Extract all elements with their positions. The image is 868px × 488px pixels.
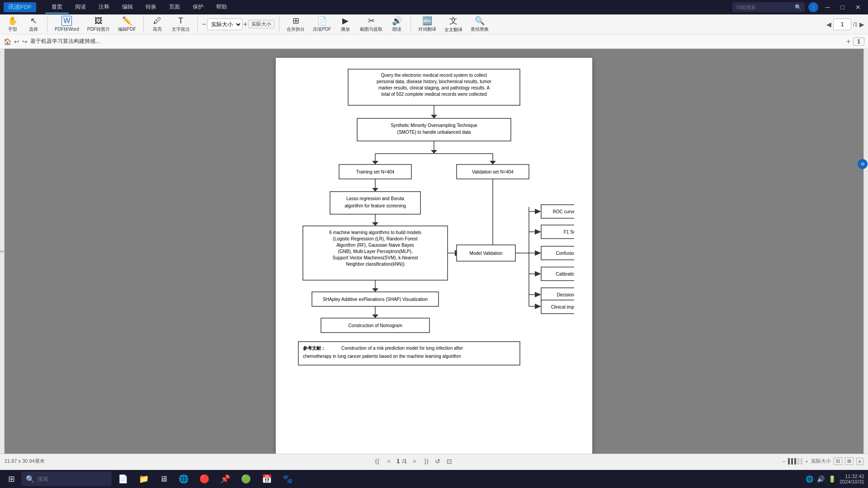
fit-button[interactable]: ⊡ — [445, 457, 454, 466]
page-total-label: /1 — [853, 21, 858, 28]
tab-annotate[interactable]: 注释 — [92, 1, 116, 14]
pdf-page: Query the electronic medical record syst… — [276, 58, 592, 454]
zoom-bar4 — [797, 458, 799, 465]
svg-marker-48 — [535, 229, 541, 235]
close-button[interactable]: ✕ — [852, 3, 864, 12]
fit-width-button[interactable]: 实际大小 — [248, 20, 274, 28]
svg-marker-27 — [372, 222, 378, 226]
zoom-out-button[interactable]: − — [202, 20, 206, 28]
merge-split-button[interactable]: ⊞ 合并拆分 — [284, 15, 307, 33]
svg-marker-6 — [431, 115, 437, 118]
current-page-status: 1 — [396, 458, 400, 465]
user-avatar: 👤 — [808, 2, 818, 12]
read-aloud-button[interactable]: 🔊 朗读 — [388, 15, 406, 33]
toolbar1: ✋ 手型 ↖ 选择 W PDF转Word 🖼 PDF转图片 ✏️ 编辑PDF 🖊… — [0, 14, 868, 34]
maximize-button[interactable]: □ — [837, 3, 848, 12]
svg-rect-23 — [330, 192, 420, 214]
tab-page[interactable]: 页面 — [163, 1, 186, 14]
read-icon: 🔊 — [392, 16, 402, 26]
view-scroll-button[interactable]: ≡ — [856, 458, 863, 465]
view-double-button[interactable]: ⊞ — [845, 457, 854, 465]
minimize-button[interactable]: ─ — [822, 3, 834, 12]
next-page-arrow[interactable]: ▶ — [859, 21, 864, 28]
svg-marker-11 — [431, 150, 437, 154]
last-page-button[interactable]: ⟩⟩ — [422, 457, 430, 466]
tab-home[interactable]: 首页 — [45, 1, 69, 14]
zoom-select[interactable]: 实际大小 50%75%100% 125%150%200% — [207, 19, 242, 30]
pdf-to-image-button[interactable]: 🖼 PDF转图片 — [85, 15, 113, 33]
zoom-out-status-button[interactable]: − — [783, 459, 785, 464]
taskbar-pdf-app[interactable]: 📄 — [113, 472, 132, 486]
tab-read[interactable]: 阅读 — [69, 1, 92, 14]
hand-label: 手型 — [8, 26, 17, 33]
refresh-button[interactable]: ↺ — [433, 457, 442, 466]
forward-icon[interactable]: ↪ — [22, 38, 28, 45]
translate-full-label: 全文翻译 — [444, 27, 462, 33]
page-input[interactable] — [833, 19, 851, 30]
svg-marker-73 — [372, 314, 378, 318]
back-icon[interactable]: ↩ — [14, 38, 19, 45]
taskbar-app2[interactable]: 📌 — [216, 472, 235, 486]
taskbar-app1[interactable]: 🔴 — [195, 472, 214, 486]
tab-help[interactable]: 帮助 — [210, 1, 233, 14]
svg-text:(SMOTE) to handle unbalanced d: (SMOTE) to handle unbalanced data — [397, 130, 471, 135]
svg-marker-69 — [372, 288, 378, 292]
svg-marker-65 — [535, 304, 541, 309]
taskbar-file-explorer[interactable]: 📁 — [134, 472, 153, 486]
app3-icon: 🟢 — [241, 474, 251, 484]
view-single-button[interactable]: ⊟ — [834, 457, 842, 465]
start-button[interactable]: ⊞ — [4, 472, 19, 486]
zoom-controls: − 实际大小 50%75%100% 125%150%200% + 实际大小 — [202, 19, 275, 30]
svg-text:chemotherapy in lung cancer pa: chemotherapy in lung cancer patients bas… — [303, 354, 461, 359]
browser-icon: 🌐 — [179, 474, 189, 484]
translate-word-button[interactable]: 🔤 对词翻译 — [415, 15, 439, 33]
taskbar-app4[interactable]: 🐾 — [278, 472, 297, 486]
text-note-button[interactable]: T 文字批注 — [169, 15, 193, 33]
highlight-button[interactable]: 🖊 高亮 — [148, 15, 166, 33]
zoom-status: − + 实际大小 ⊟ ⊞ ≡ — [783, 457, 863, 465]
home-icon[interactable]: 🏠 — [4, 38, 11, 45]
svg-text:(Logistic Regression (LR), Ran: (Logistic Regression (LR), Random Forest — [333, 236, 418, 241]
svg-text:Algorithm (RF), Gaussian Naive: Algorithm (RF), Gaussian Naive Bayes — [336, 243, 414, 248]
select-tool-button[interactable]: ↖ 选择 — [24, 15, 42, 33]
tab-convert[interactable]: 转换 — [139, 1, 163, 14]
compress-button[interactable]: 📄 压缩PDF — [310, 15, 334, 33]
first-page-button[interactable]: ⟨⟨ — [373, 457, 381, 466]
page-navigation: ⟨⟨ ＜ 1 /1 ＞ ⟩⟩ ↺ ⊡ — [49, 456, 778, 466]
taskbar-calendar[interactable]: 📅 — [257, 472, 276, 486]
taskbar-browser[interactable]: 🌐 — [174, 472, 193, 486]
svg-text:Training set N=404: Training set N=404 — [356, 169, 395, 174]
next-page-button[interactable]: ＞ — [410, 456, 420, 466]
title-right: 🔍 👤 ─ □ ✕ — [732, 2, 864, 12]
prev-page-arrow[interactable]: ◀ — [826, 21, 831, 28]
search-input[interactable] — [736, 5, 795, 10]
tab-edit[interactable]: 编辑 — [116, 1, 139, 14]
taskbar-app3[interactable]: 🟢 — [236, 472, 255, 486]
pdf-viewer[interactable]: Query the electronic medical record syst… — [5, 49, 863, 454]
add-tab-button[interactable]: + — [846, 38, 850, 46]
zoom-in-button[interactable]: + — [243, 20, 247, 28]
translate-full-button[interactable]: 文 全文翻译 — [442, 14, 465, 34]
find-replace-icon: 🔍 — [475, 16, 485, 26]
play-button[interactable]: ▶ 播放 — [336, 15, 354, 33]
prev-page-button[interactable]: ＜ — [384, 456, 394, 466]
zoom-in-status-button[interactable]: + — [805, 459, 808, 464]
tab-protect[interactable]: 保护 — [186, 1, 210, 14]
sound-icon: 🔊 — [817, 475, 825, 483]
svg-marker-14 — [372, 161, 378, 164]
edit-pdf-button[interactable]: ✏️ 编辑PDF — [115, 15, 139, 33]
hand-tool-button[interactable]: ✋ 手型 — [4, 15, 22, 33]
find-replace-button[interactable]: 🔍 查找替换 — [468, 15, 491, 33]
taskbar-search-input[interactable] — [38, 476, 101, 482]
svg-marker-56 — [535, 271, 541, 277]
left-sidebar-toggle[interactable]: ❯ — [0, 49, 5, 454]
taskbar-search[interactable]: 🔍 — [21, 472, 112, 486]
image-icon: 🖼 — [94, 16, 103, 26]
screenshot-button[interactable]: ✂ 截图与提取 — [357, 15, 385, 33]
select-icon: ↖ — [30, 16, 37, 26]
floating-action-button[interactable]: ⟳ — [858, 159, 868, 169]
pdf-to-word-button[interactable]: W PDF转Word — [52, 15, 82, 33]
merge-split-label: 合并拆分 — [287, 26, 305, 33]
svg-text:Synthetic Minority Oversamplin: Synthetic Minority Oversampling Techniqu… — [391, 123, 477, 128]
taskbar-computer[interactable]: 🖥 — [155, 472, 172, 486]
